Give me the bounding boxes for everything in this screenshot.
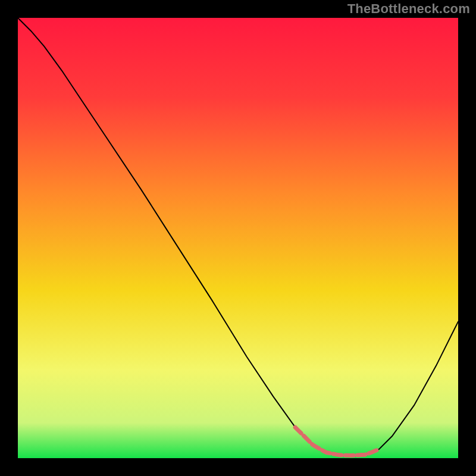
watermark-label: TheBottleneck.com — [347, 1, 470, 17]
bottleneck-chart — [18, 18, 458, 458]
chart-plot-area — [18, 18, 458, 458]
chart-frame: TheBottleneck.com — [0, 0, 476, 476]
